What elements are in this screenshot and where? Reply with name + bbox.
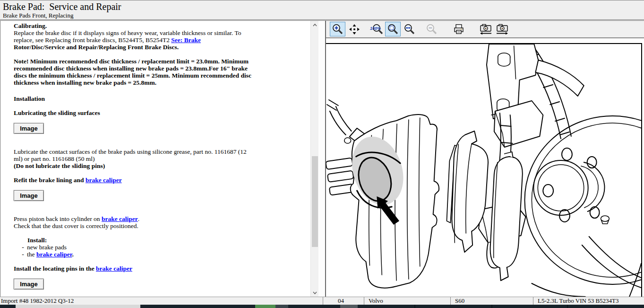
zoom-in-button[interactable] [330, 22, 345, 36]
fit-page-button[interactable] [385, 22, 401, 36]
taskbar-segment [255, 305, 275, 308]
page-header: Brake Pad: Service and Repair Brake Pads… [0, 0, 644, 21]
image-button-3[interactable]: Image [14, 279, 44, 290]
see-brake-link[interactable]: See: Brake [171, 36, 201, 44]
main-area: Calibrating. Replace the brake disc if i… [0, 21, 644, 297]
calibrating-text: Replace the brake disc if it displays si… [14, 29, 241, 44]
zoom-out-button [424, 22, 439, 36]
lubricate-text: Lubricate the contact surfaces of the br… [14, 148, 247, 162]
image-button-2[interactable]: Image [14, 190, 44, 201]
calibrating-heading: Calibrating. [14, 22, 254, 29]
status-make: Volvo [364, 297, 450, 305]
zoom-100-icon: 100% [369, 23, 384, 35]
zoom-out-icon [426, 23, 438, 35]
install-item-2-text: the brake caliper. [27, 251, 74, 258]
taskbar-divider [491, 305, 492, 308]
article-pane: Calibrating. Replace the brake disc if i… [0, 21, 318, 297]
install-item-1-text: new brake pads [27, 244, 67, 251]
previous-image-button[interactable] [478, 22, 493, 36]
list-dash: - [19, 251, 27, 258]
brake-caliper-link-3[interactable]: brake caliper [36, 251, 72, 258]
refit-line: Refit the brake lining and brake caliper [14, 176, 254, 184]
installation-heading: Installation [14, 95, 254, 102]
fit-page-icon [387, 23, 399, 35]
page-subtitle: Brake Pads Front, Replacing [3, 12, 644, 19]
taskbar-sliver [0, 305, 644, 308]
previous-image-icon [479, 23, 493, 35]
install-item-2: -the brake caliper. [14, 251, 254, 258]
taskbar-divider [414, 305, 415, 308]
viewer-toolbar: 100% [326, 21, 644, 38]
next-image-button[interactable] [494, 22, 510, 36]
taskbar-segment [16, 305, 140, 308]
period-text: . [72, 251, 74, 258]
print-button[interactable] [451, 22, 466, 36]
list-dash: - [19, 244, 27, 251]
press-piston-line: Press piston back into cylinder on brake… [14, 215, 254, 222]
image-canvas-area [326, 39, 644, 297]
scroll-down-arrow-icon[interactable] [311, 289, 318, 297]
article-content: Calibrating. Replace the brake disc if i… [14, 22, 254, 290]
pane-divider [318, 21, 325, 297]
scroll-up-arrow-icon[interactable] [311, 21, 318, 29]
fit-width-icon [404, 23, 416, 35]
status-engine: L5-2.3L Turbo VIN 53 B5234T3 [533, 297, 644, 305]
brake-assembly-diagram[interactable] [326, 43, 642, 297]
do-not-lubricate-text: (Do not lubricate the sliding pins) [14, 162, 105, 169]
status-bar: Import #48 1982-2012 Q3-12 04 Volvo S60 … [0, 297, 644, 305]
print-icon [453, 23, 465, 35]
image-button-1[interactable]: Image [14, 123, 44, 134]
install-locating-text: Install the locating pins in the [14, 265, 96, 272]
brake-caliper [326, 100, 439, 288]
taskbar-segment [275, 305, 288, 308]
image-viewer-pane: 100% [325, 21, 644, 297]
brake-caliper-link-1[interactable]: brake caliper [86, 176, 122, 184]
status-code: 04 [323, 297, 364, 305]
period-text: . [138, 215, 139, 222]
install-item-1: -new brake pads [14, 244, 254, 251]
article-scrollbar[interactable] [310, 21, 318, 297]
page-title: Brake Pad: Service and Repair [3, 1, 644, 12]
taskbar-segment [340, 305, 358, 308]
brake-caliper-link-2[interactable]: brake caliper [102, 215, 138, 222]
bolt [498, 53, 510, 66]
svg-text:100%: 100% [370, 26, 381, 31]
note-paragraph: Note! Minimum recommended disc thickness… [14, 58, 254, 86]
install-item-2-prefix: the [27, 251, 36, 258]
zoom-in-icon [332, 23, 344, 35]
check-dust-line: Check that the dust cover is correctly p… [14, 222, 254, 229]
status-model: S60 [450, 297, 533, 305]
press-piston-text: Press piston back into cylinder on [14, 215, 102, 222]
lubricating-heading: Lubricating the sliding surfaces [14, 109, 254, 116]
status-import-info: Import #48 1982-2012 Q3-12 [0, 297, 323, 305]
calibrating-paragraph: Replace the brake disc if it displays si… [14, 29, 254, 51]
brake-caliper-link-4[interactable]: brake caliper [96, 265, 132, 272]
taskbar-divider [567, 305, 568, 308]
install-heading: Install: [27, 237, 254, 244]
brake-pad-inner [490, 152, 523, 281]
brake-hose [327, 100, 365, 143]
fit-width-button[interactable] [402, 22, 417, 36]
refit-text: Refit the brake lining and [14, 176, 86, 184]
next-image-icon [495, 23, 509, 35]
zoom-100-button[interactable]: 100% [369, 22, 384, 36]
scrollbar-thumb[interactable] [312, 156, 318, 247]
pan-button[interactable] [346, 22, 362, 36]
see-brake-rest: Rotor/Disc/Service and Repair/Replacing … [14, 44, 179, 51]
pan-icon [348, 23, 361, 35]
install-locating-line: Install the locating pins in the brake c… [14, 265, 254, 272]
lubricate-paragraph: Lubricate the contact surfaces of the br… [14, 148, 254, 169]
